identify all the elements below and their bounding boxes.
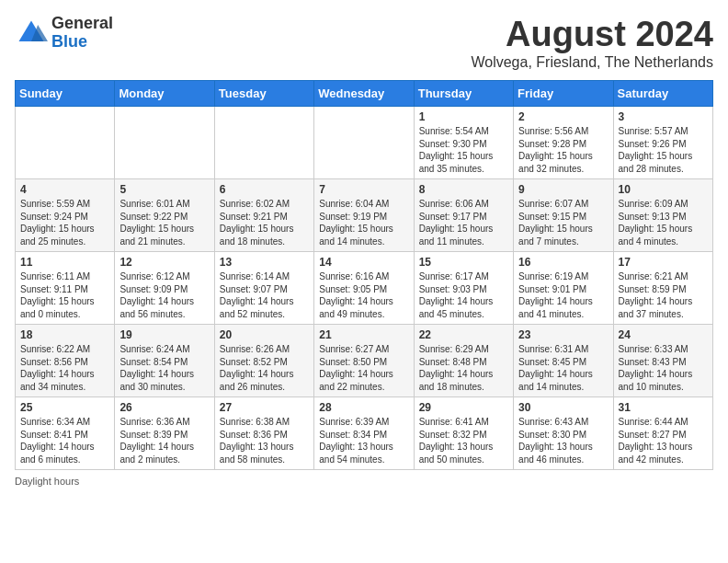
day-info: Sunrise: 6:16 AM Sunset: 9:05 PM Dayligh… — [319, 270, 408, 320]
main-title: August 2024 — [471, 15, 713, 54]
day-number: 28 — [319, 401, 408, 414]
day-number: 23 — [518, 328, 608, 341]
day-info: Sunrise: 6:17 AM Sunset: 9:03 PM Dayligh… — [419, 270, 508, 320]
calendar-cell — [314, 107, 414, 179]
calendar-cell: 26Sunrise: 6:36 AM Sunset: 8:39 PM Dayli… — [115, 397, 214, 470]
day-info: Sunrise: 6:29 AM Sunset: 8:48 PM Dayligh… — [419, 343, 508, 393]
calendar-cell: 13Sunrise: 6:14 AM Sunset: 9:07 PM Dayli… — [214, 252, 313, 325]
calendar-cell: 7Sunrise: 6:04 AM Sunset: 9:19 PM Daylig… — [314, 179, 414, 252]
day-number: 11 — [20, 256, 109, 269]
day-number: 27 — [220, 401, 309, 414]
daylight-label: Daylight hours — [15, 476, 79, 487]
day-number: 9 — [518, 183, 608, 196]
day-number: 5 — [119, 183, 209, 196]
logo-blue-text: Blue — [51, 33, 113, 52]
calendar-cell: 19Sunrise: 6:24 AM Sunset: 8:54 PM Dayli… — [115, 325, 214, 397]
calendar-cell — [214, 107, 313, 179]
day-info: Sunrise: 6:33 AM Sunset: 8:43 PM Dayligh… — [619, 343, 708, 393]
day-number: 12 — [119, 256, 209, 269]
calendar-header-row: SundayMondayTuesdayWednesdayThursdayFrid… — [16, 81, 713, 107]
subtitle: Wolvega, Friesland, The Netherlands — [471, 54, 713, 71]
day-info: Sunrise: 6:44 AM Sunset: 8:27 PM Dayligh… — [619, 416, 708, 465]
day-info: Sunrise: 6:43 AM Sunset: 8:30 PM Dayligh… — [518, 416, 608, 465]
day-number: 2 — [518, 110, 608, 123]
day-info: Sunrise: 5:59 AM Sunset: 9:24 PM Dayligh… — [20, 198, 109, 247]
day-info: Sunrise: 6:01 AM Sunset: 9:22 PM Dayligh… — [119, 198, 209, 247]
page-header: General Blue August 2024 Wolvega, Friesl… — [15, 15, 713, 71]
day-number: 6 — [220, 183, 309, 196]
calendar-cell: 12Sunrise: 6:12 AM Sunset: 9:09 PM Dayli… — [115, 252, 214, 325]
calendar-week-4: 18Sunrise: 6:22 AM Sunset: 8:56 PM Dayli… — [16, 325, 713, 397]
calendar-cell: 31Sunrise: 6:44 AM Sunset: 8:27 PM Dayli… — [613, 397, 712, 470]
day-number: 1 — [419, 110, 508, 123]
calendar-cell: 28Sunrise: 6:39 AM Sunset: 8:34 PM Dayli… — [314, 397, 414, 470]
day-number: 7 — [319, 183, 408, 196]
day-number: 10 — [619, 183, 708, 196]
day-number: 22 — [419, 328, 508, 341]
day-info: Sunrise: 6:22 AM Sunset: 8:56 PM Dayligh… — [20, 343, 109, 393]
calendar-cell: 21Sunrise: 6:27 AM Sunset: 8:50 PM Dayli… — [314, 325, 414, 397]
day-info: Sunrise: 6:12 AM Sunset: 9:09 PM Dayligh… — [119, 270, 209, 320]
calendar-cell: 10Sunrise: 6:09 AM Sunset: 9:13 PM Dayli… — [613, 179, 712, 252]
calendar-cell — [16, 107, 115, 179]
calendar-cell: 24Sunrise: 6:33 AM Sunset: 8:43 PM Dayli… — [613, 325, 712, 397]
calendar-cell: 23Sunrise: 6:31 AM Sunset: 8:45 PM Dayli… — [514, 325, 613, 397]
calendar-cell: 22Sunrise: 6:29 AM Sunset: 8:48 PM Dayli… — [414, 325, 513, 397]
calendar-week-5: 25Sunrise: 6:34 AM Sunset: 8:41 PM Dayli… — [16, 397, 713, 470]
day-number: 3 — [619, 110, 708, 123]
day-number: 29 — [419, 401, 508, 414]
calendar-cell: 2Sunrise: 5:56 AM Sunset: 9:28 PM Daylig… — [514, 107, 613, 179]
calendar-cell: 20Sunrise: 6:26 AM Sunset: 8:52 PM Dayli… — [214, 325, 313, 397]
calendar-cell: 27Sunrise: 6:38 AM Sunset: 8:36 PM Dayli… — [214, 397, 313, 470]
calendar-header-saturday: Saturday — [613, 81, 712, 107]
day-number: 15 — [419, 256, 508, 269]
day-info: Sunrise: 6:24 AM Sunset: 8:54 PM Dayligh… — [119, 343, 209, 393]
calendar-cell: 25Sunrise: 6:34 AM Sunset: 8:41 PM Dayli… — [16, 397, 115, 470]
day-number: 18 — [20, 328, 109, 341]
day-number: 8 — [419, 183, 508, 196]
title-block: August 2024 Wolvega, Friesland, The Neth… — [471, 15, 713, 71]
day-info: Sunrise: 6:09 AM Sunset: 9:13 PM Dayligh… — [619, 198, 708, 247]
day-number: 26 — [119, 401, 209, 414]
day-info: Sunrise: 6:11 AM Sunset: 9:11 PM Dayligh… — [20, 270, 109, 320]
footer-note: Daylight hours — [15, 476, 713, 487]
calendar-cell: 1Sunrise: 5:54 AM Sunset: 9:30 PM Daylig… — [414, 107, 513, 179]
day-info: Sunrise: 6:34 AM Sunset: 8:41 PM Dayligh… — [20, 416, 109, 465]
logo: General Blue — [15, 15, 113, 52]
calendar-table: SundayMondayTuesdayWednesdayThursdayFrid… — [15, 80, 713, 470]
calendar-cell: 5Sunrise: 6:01 AM Sunset: 9:22 PM Daylig… — [115, 179, 214, 252]
day-number: 31 — [619, 401, 708, 414]
calendar-cell: 30Sunrise: 6:43 AM Sunset: 8:30 PM Dayli… — [514, 397, 613, 470]
day-info: Sunrise: 6:31 AM Sunset: 8:45 PM Dayligh… — [518, 343, 608, 393]
calendar-cell: 14Sunrise: 6:16 AM Sunset: 9:05 PM Dayli… — [314, 252, 414, 325]
calendar-header-monday: Monday — [115, 81, 214, 107]
logo-icon — [15, 17, 48, 50]
calendar-cell: 6Sunrise: 6:02 AM Sunset: 9:21 PM Daylig… — [214, 179, 313, 252]
day-info: Sunrise: 5:56 AM Sunset: 9:28 PM Dayligh… — [518, 125, 608, 175]
day-number: 20 — [220, 328, 309, 341]
day-number: 25 — [20, 401, 109, 414]
calendar-cell: 4Sunrise: 5:59 AM Sunset: 9:24 PM Daylig… — [16, 179, 115, 252]
calendar-header-sunday: Sunday — [16, 81, 115, 107]
day-info: Sunrise: 6:14 AM Sunset: 9:07 PM Dayligh… — [220, 270, 309, 320]
calendar-cell: 16Sunrise: 6:19 AM Sunset: 9:01 PM Dayli… — [514, 252, 613, 325]
calendar-cell: 9Sunrise: 6:07 AM Sunset: 9:15 PM Daylig… — [514, 179, 613, 252]
calendar-header-tuesday: Tuesday — [214, 81, 313, 107]
day-info: Sunrise: 6:27 AM Sunset: 8:50 PM Dayligh… — [319, 343, 408, 393]
calendar-cell: 18Sunrise: 6:22 AM Sunset: 8:56 PM Dayli… — [16, 325, 115, 397]
calendar-cell: 3Sunrise: 5:57 AM Sunset: 9:26 PM Daylig… — [613, 107, 712, 179]
day-number: 21 — [319, 328, 408, 341]
logo-general-text: General — [51, 15, 113, 33]
day-number: 4 — [20, 183, 109, 196]
day-info: Sunrise: 6:06 AM Sunset: 9:17 PM Dayligh… — [419, 198, 508, 247]
calendar-cell: 29Sunrise: 6:41 AM Sunset: 8:32 PM Dayli… — [414, 397, 513, 470]
calendar-cell: 17Sunrise: 6:21 AM Sunset: 8:59 PM Dayli… — [613, 252, 712, 325]
day-info: Sunrise: 6:19 AM Sunset: 9:01 PM Dayligh… — [518, 270, 608, 320]
calendar-cell — [115, 107, 214, 179]
day-info: Sunrise: 5:54 AM Sunset: 9:30 PM Dayligh… — [419, 125, 508, 175]
day-info: Sunrise: 6:41 AM Sunset: 8:32 PM Dayligh… — [419, 416, 508, 465]
calendar-cell: 8Sunrise: 6:06 AM Sunset: 9:17 PM Daylig… — [414, 179, 513, 252]
day-info: Sunrise: 6:36 AM Sunset: 8:39 PM Dayligh… — [119, 416, 209, 465]
calendar-week-3: 11Sunrise: 6:11 AM Sunset: 9:11 PM Dayli… — [16, 252, 713, 325]
day-info: Sunrise: 6:38 AM Sunset: 8:36 PM Dayligh… — [220, 416, 309, 465]
